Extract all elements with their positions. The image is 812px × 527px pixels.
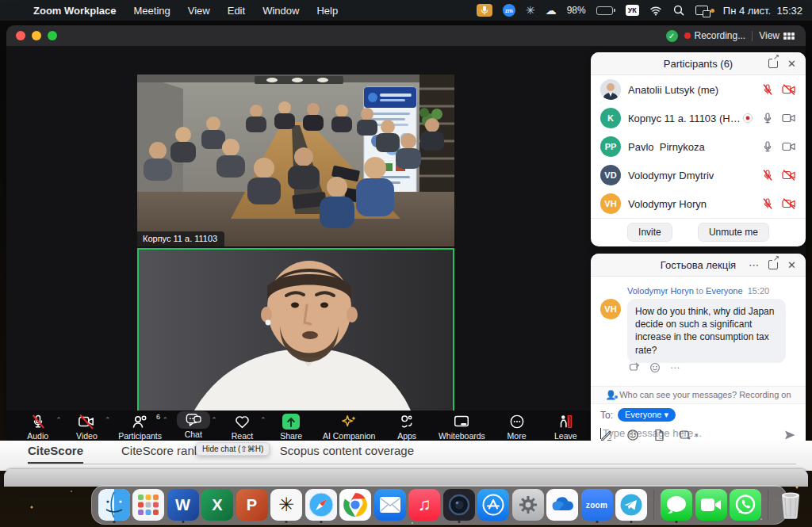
chatgpt-menubar-icon[interactable]: ✳	[526, 4, 535, 17]
send-message-icon[interactable]	[783, 429, 796, 441]
leave-label: Leave	[554, 431, 577, 441]
reply-icon[interactable]	[629, 362, 640, 373]
screen-mirroring-icon[interactable]	[695, 6, 708, 15]
whiteboards-button[interactable]: Whiteboards	[439, 413, 485, 441]
cloud-menubar-icon[interactable]: ☁	[546, 4, 557, 17]
battery-icon[interactable]	[596, 6, 615, 15]
ai-companion-button[interactable]: AI Companion	[323, 413, 376, 441]
video-button[interactable]: ⌃ Video	[69, 413, 104, 441]
message-recipient-link[interactable]: Everyone	[706, 286, 742, 296]
onedrive-dock-icon[interactable]	[546, 487, 579, 522]
chrome-dock-icon[interactable]	[339, 487, 372, 522]
participants-options-chevron[interactable]: ⌃	[162, 416, 168, 424]
word-dock-icon[interactable]: W	[167, 487, 199, 522]
share-button[interactable]: Share	[274, 413, 308, 441]
messages-dock-icon[interactable]	[661, 487, 693, 522]
facetime-dock-icon[interactable]	[695, 487, 727, 522]
chat-label: Chat	[185, 430, 202, 439]
message-sender-link[interactable]: Volodymyr Horyn	[627, 286, 694, 296]
participants-footer: Invite Unmute me	[591, 218, 806, 246]
screenshot-icon[interactable]	[679, 429, 691, 441]
participant-row-korpus[interactable]: K Корпус 11 а. 11103 (Host)	[591, 104, 806, 132]
audio-button[interactable]: ⌃ Audio	[21, 413, 56, 441]
chat-privacy-note[interactable]: 👤Who can see your messages? Recording on	[591, 386, 806, 404]
excel-dock-icon[interactable]: X	[201, 487, 234, 522]
close-chat-icon[interactable]: ✕	[787, 259, 796, 271]
camera-app-dock-icon[interactable]	[442, 487, 475, 522]
menu-item-meeting[interactable]: Meeting	[134, 5, 170, 17]
invite-button[interactable]: Invite	[627, 223, 672, 242]
mic-in-use-indicator[interactable]	[477, 4, 492, 17]
speaker-video-art	[139, 250, 454, 430]
appstore-dock-icon[interactable]	[477, 487, 510, 522]
chat-options-chevron[interactable]: ⌃	[211, 416, 217, 424]
mail-dock-icon[interactable]	[373, 487, 406, 522]
attach-file-icon[interactable]	[653, 429, 665, 441]
recipient-selector[interactable]: Everyone ▾	[618, 408, 676, 422]
popout-panel-icon[interactable]	[768, 59, 778, 68]
video-tile-room[interactable]: Корпус 11 а. 11103	[137, 74, 454, 246]
participant-row-horyn[interactable]: VH Volodymyr Horyn	[591, 189, 806, 218]
menu-item-view[interactable]: View	[188, 5, 210, 17]
video-options-chevron[interactable]: ⌃	[105, 416, 111, 424]
format-text-icon[interactable]	[600, 429, 613, 441]
video-tile-active-speaker[interactable]: Pavlo Pirnykoza	[137, 248, 454, 430]
minimize-window-button[interactable]	[32, 31, 41, 40]
recording-indicator[interactable]: Recording...	[684, 30, 746, 41]
tab-scopus-coverage[interactable]: Scopus content coverage	[280, 444, 414, 464]
spotlight-search-icon[interactable]	[672, 4, 685, 17]
view-layout-button[interactable]: View	[759, 30, 795, 41]
safari-dock-icon[interactable]	[304, 487, 337, 522]
participant-row-anatolii[interactable]: Anatolii Lutsyk (me)	[591, 75, 806, 104]
to-label: To:	[600, 410, 613, 421]
chat-more-menu-icon[interactable]: ⋯	[749, 259, 759, 271]
close-window-button[interactable]	[16, 31, 25, 40]
keyboard-layout-indicator[interactable]: УК	[626, 5, 639, 16]
leave-button[interactable]: Leave	[548, 413, 583, 441]
participants-button[interactable]: 6 ⌃ Participants	[118, 413, 162, 441]
music-dock-icon[interactable]: ♫	[408, 487, 441, 522]
react-button[interactable]: ⌃ React	[224, 413, 259, 441]
share-screen-icon	[282, 414, 300, 430]
whatsapp-dock-icon[interactable]	[730, 487, 762, 522]
trash-dock-icon[interactable]	[775, 487, 807, 522]
wifi-icon[interactable]	[649, 4, 662, 17]
emoji-picker-icon[interactable]	[626, 429, 639, 441]
menubar-clock[interactable]: Пн 4 лист. 15:32	[723, 5, 802, 17]
camera-off-status-icon	[782, 84, 796, 95]
more-button[interactable]: More	[500, 413, 534, 441]
close-participants-icon[interactable]: ✕	[787, 58, 796, 70]
emoji-react-icon[interactable]	[649, 362, 661, 373]
desktop: Zoom Workplace Meeting View Edit Window …	[0, 0, 812, 527]
menu-item-edit[interactable]: Edit	[228, 5, 245, 17]
fullscreen-window-button[interactable]	[48, 31, 57, 40]
zoom-menubar-icon[interactable]: zm	[503, 4, 515, 17]
settings-dock-icon[interactable]	[511, 487, 544, 522]
screenshot-options-chevron[interactable]: ▾	[695, 431, 699, 439]
heart-icon	[234, 413, 251, 430]
participant-row-pavlo[interactable]: PP Pavlo Pirnykoza	[591, 132, 806, 161]
message-more-icon[interactable]: ⋯	[670, 362, 680, 373]
menu-app-name[interactable]: Zoom Workplace	[33, 5, 117, 17]
telegram-dock-icon[interactable]	[615, 487, 648, 522]
launchpad-dock-icon[interactable]	[132, 487, 165, 522]
powerpoint-dock-icon[interactable]: P	[236, 487, 268, 522]
apps-button[interactable]: Apps	[389, 413, 424, 441]
menu-item-help[interactable]: Help	[316, 5, 338, 17]
popout-chat-icon[interactable]	[768, 260, 778, 269]
participants-header: Participants (6) ✕	[591, 52, 806, 75]
unmute-me-button[interactable]: Unmute me	[698, 223, 769, 242]
react-options-chevron[interactable]: ⌃	[260, 416, 266, 424]
audio-options-chevron[interactable]: ⌃	[56, 416, 62, 424]
finder-dock-icon[interactable]	[98, 487, 130, 522]
zoom-dock-icon[interactable]: zoom	[580, 487, 613, 522]
meeting-security-shield-icon[interactable]: ✓	[666, 30, 678, 42]
chat-button[interactable]: ⌃ Chat	[176, 413, 211, 439]
more-ellipsis-icon	[509, 413, 525, 430]
menu-item-window[interactable]: Window	[262, 5, 299, 17]
tab-citescore[interactable]: CiteScore	[28, 444, 83, 464]
chatgpt-dock-icon[interactable]: ✳	[270, 487, 303, 522]
ai-sparkle-icon	[340, 413, 358, 430]
participant-row-dmytriv[interactable]: VD Volodymyr Dmytriv	[591, 161, 806, 189]
participants-count-badge: 6	[156, 413, 160, 421]
